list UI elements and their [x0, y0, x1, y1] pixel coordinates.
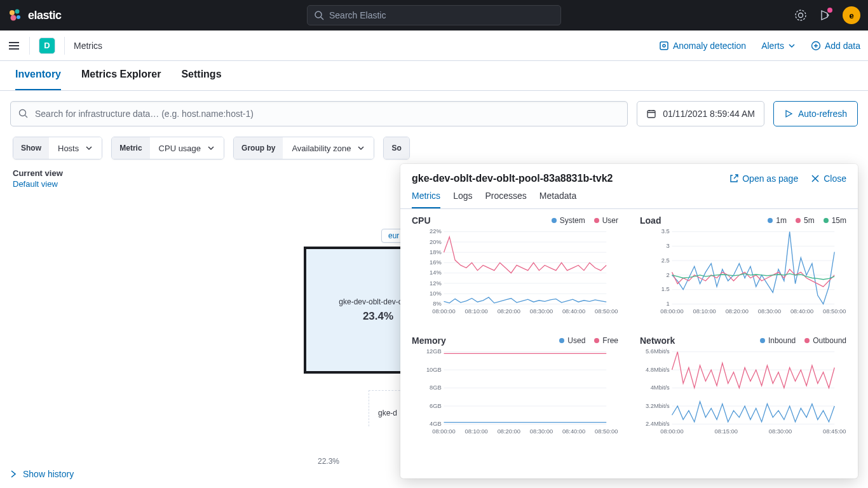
open-as-page-link[interactable]: Open as page [729, 173, 798, 184]
svg-text:6GB: 6GB [430, 403, 442, 409]
groupby-selector[interactable]: Group by Availability zone [233, 137, 374, 159]
filter-bar: Search for infrastructure data… (e.g. ho… [0, 91, 868, 137]
svg-text:4.8Mbit/s: 4.8Mbit/s [646, 367, 670, 373]
svg-text:3: 3 [667, 243, 670, 249]
svg-text:08:30:00: 08:30:00 [758, 308, 781, 315]
play-icon [784, 109, 793, 118]
svg-text:08:00:00: 08:00:00 [432, 428, 455, 435]
breadcrumb[interactable]: Metrics [74, 41, 102, 51]
svg-text:5.6Mbit/s: 5.6Mbit/s [646, 348, 670, 355]
close-button[interactable]: Close [811, 173, 846, 184]
flyout-tab-logs[interactable]: Logs [453, 191, 472, 208]
svg-text:08:20:00: 08:20:00 [726, 308, 749, 315]
flyout-tab-metadata[interactable]: Metadata [539, 191, 576, 208]
ml-icon [659, 41, 669, 51]
anomaly-detection-link[interactable]: Anomaly detection [659, 41, 746, 51]
brand-name: elastic [28, 9, 62, 22]
query-placeholder: Search for infrastructure data… (e.g. ho… [35, 109, 254, 119]
show-selector[interactable]: Show Hosts [13, 137, 102, 159]
chart-legend: System User [552, 216, 618, 225]
space-selector[interactable]: D [39, 37, 55, 54]
svg-text:22%: 22% [430, 228, 442, 234]
svg-point-6 [796, 10, 806, 20]
svg-text:08:50:00: 08:50:00 [823, 308, 846, 315]
svg-point-1 [15, 10, 20, 14]
plus-circle-icon [811, 41, 821, 51]
svg-rect-13 [648, 111, 655, 118]
charts-grid: CPU System User 8%10%12%14%16%18%20%22%0… [412, 215, 846, 439]
popout-icon [729, 174, 738, 183]
flyout-tab-processes[interactable]: Processes [485, 191, 526, 208]
page-tabs: Inventory Metrics Explorer Settings [0, 61, 868, 91]
metric-selector[interactable]: Metric CPU usage [111, 137, 224, 159]
svg-text:1.5: 1.5 [661, 286, 670, 292]
svg-text:08:40:00: 08:40:00 [790, 308, 813, 315]
chevron-down-icon [357, 144, 365, 152]
svg-text:1: 1 [667, 301, 670, 307]
sort-selector[interactable]: So [383, 137, 409, 159]
flyout-tab-metrics[interactable]: Metrics [412, 191, 440, 208]
svg-text:08:50:00: 08:50:00 [595, 308, 618, 315]
svg-point-7 [799, 13, 803, 18]
show-history-toggle[interactable]: Show history [9, 469, 74, 479]
svg-text:12%: 12% [430, 280, 442, 287]
global-search-input[interactable]: Search Elastic [307, 5, 561, 25]
svg-text:08:30:00: 08:30:00 [769, 428, 792, 435]
brand-logo[interactable]: elastic [8, 8, 62, 23]
node-details-flyout: gke-dev-oblt-dev-oblt-pool-83a8831b-tvk2… [400, 164, 858, 478]
svg-text:2: 2 [667, 272, 670, 278]
user-avatar[interactable]: e [843, 6, 860, 24]
elastic-logo-icon [8, 8, 23, 23]
svg-point-11 [20, 110, 26, 116]
svg-text:08:00:00: 08:00:00 [660, 428, 683, 435]
svg-text:08:15:00: 08:15:00 [715, 428, 738, 435]
tab-inventory[interactable]: Inventory [15, 69, 61, 90]
memory-chart: Memory Used Free 4GB6GB8GB10GB12GB08:00:… [412, 336, 618, 439]
flyout-tabs: Metrics Logs Processes Metadata [400, 184, 858, 209]
calendar-icon [646, 109, 656, 119]
svg-text:18%: 18% [430, 249, 442, 255]
help-icon[interactable] [794, 9, 807, 22]
svg-text:08:30:00: 08:30:00 [530, 428, 553, 435]
cpu-chart: CPU System User 8%10%12%14%16%18%20%22%0… [412, 215, 618, 319]
network-chart-plot: 2.4Mbit/s3.2Mbit/s4Mbit/s4.8Mbit/s5.6Mbi… [640, 348, 846, 437]
search-icon [314, 10, 324, 20]
host-node-value: 23.4% [363, 310, 393, 323]
date-picker[interactable]: 01/11/2021 8:59:44 AM [637, 101, 764, 126]
auto-refresh-button[interactable]: Auto-refresh [773, 101, 858, 126]
svg-rect-8 [660, 42, 668, 50]
memory-chart-plot: 4GB6GB8GB10GB12GB08:00:0008:10:0008:20:0… [412, 348, 618, 437]
alerts-menu[interactable]: Alerts [761, 41, 796, 51]
svg-text:08:20:00: 08:20:00 [498, 428, 520, 435]
chart-title: Memory [412, 336, 446, 346]
cpu-chart-plot: 8%10%12%14%16%18%20%22%08:00:0008:10:000… [412, 228, 618, 317]
nav-toggle-icon[interactable] [8, 39, 20, 52]
chart-title: CPU [412, 215, 431, 226]
svg-text:3.2Mbit/s: 3.2Mbit/s [646, 403, 670, 409]
svg-text:08:20:00: 08:20:00 [498, 308, 520, 315]
chart-legend: Inbound Outbound [760, 336, 846, 345]
newsfeed-icon[interactable] [818, 9, 831, 22]
add-data-link[interactable]: Add data [811, 41, 860, 51]
tab-metrics-explorer[interactable]: Metrics Explorer [81, 69, 161, 90]
chart-legend: 1m 5m 15m [768, 216, 846, 225]
chart-title: Load [640, 215, 661, 226]
notification-badge [827, 8, 832, 13]
svg-point-9 [663, 44, 665, 47]
svg-text:08:40:00: 08:40:00 [562, 308, 585, 315]
svg-text:08:10:00: 08:10:00 [465, 428, 487, 435]
svg-text:08:10:00: 08:10:00 [465, 308, 487, 315]
legend-percent: 22.3% [318, 457, 339, 466]
svg-text:20%: 20% [430, 239, 442, 245]
tab-settings[interactable]: Settings [181, 69, 221, 90]
chart-title: Network [640, 336, 675, 346]
chevron-down-icon [788, 42, 796, 50]
search-icon [18, 109, 29, 119]
svg-text:8GB: 8GB [430, 384, 442, 391]
svg-text:3.5: 3.5 [661, 228, 670, 234]
svg-text:2.5: 2.5 [661, 257, 670, 264]
load-chart: Load 1m 5m 15m 11.522.533.508:00:0008:10… [640, 215, 846, 319]
svg-text:08:00:00: 08:00:00 [432, 308, 455, 315]
query-input[interactable]: Search for infrastructure data… (e.g. ho… [10, 101, 628, 126]
svg-text:16%: 16% [430, 259, 442, 266]
